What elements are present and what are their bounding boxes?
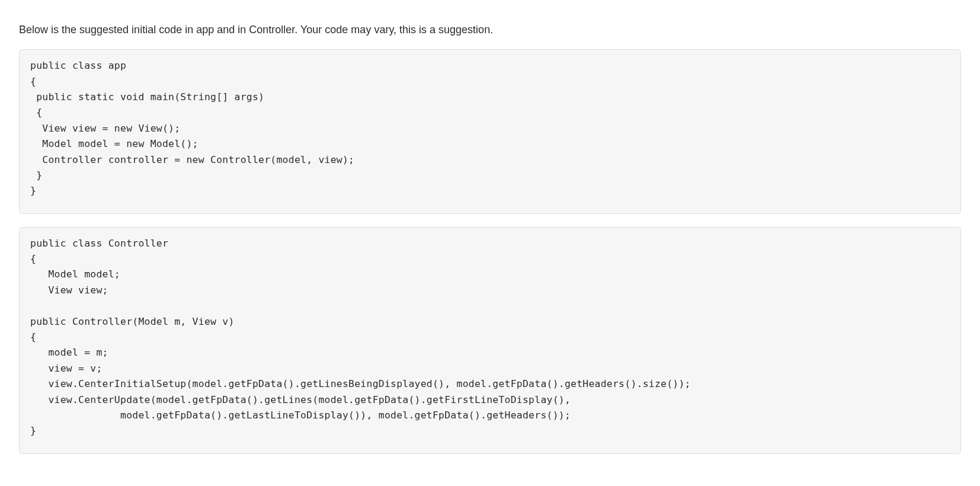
code-block-controller: public class Controller { Model model; V…: [19, 227, 961, 454]
intro-paragraph: Below is the suggested initial code in a…: [19, 23, 961, 37]
code-block-app: public class app { public static void ma…: [19, 49, 961, 214]
